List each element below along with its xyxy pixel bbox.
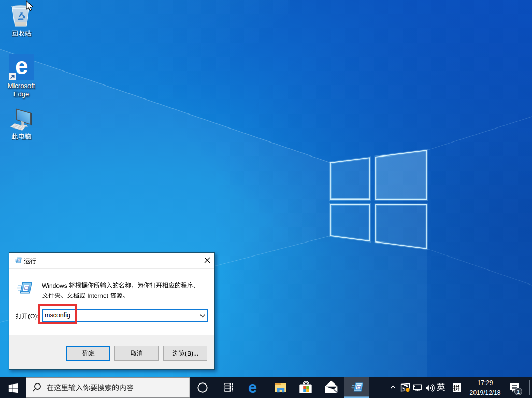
svg-text:e: e [248,378,257,396]
svg-text:e: e [15,54,28,79]
svg-text:1: 1 [516,389,520,395]
